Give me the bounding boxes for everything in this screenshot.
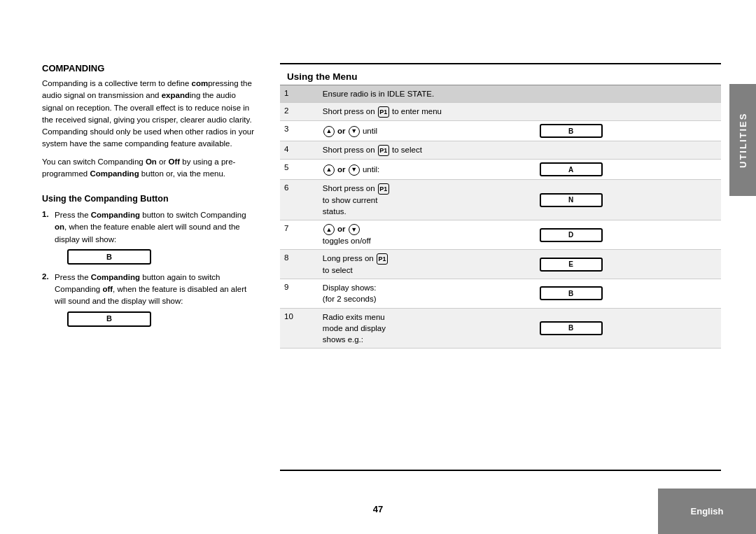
step-num-7: 7 bbox=[280, 220, 318, 250]
menu-row-10: 10 Radio exits menumode and displayshows… bbox=[280, 308, 721, 348]
display-rect-7: D bbox=[540, 228, 603, 242]
page-container: UTILITIES COMPANDING Companding is a col… bbox=[0, 0, 756, 534]
english-tab: English bbox=[658, 489, 756, 534]
display-box-2: B bbox=[67, 311, 151, 327]
companding-title: COMPANDING bbox=[42, 63, 259, 73]
step-2: 2. Press the Companding button again to … bbox=[42, 272, 259, 327]
menu-row-6: 6 Short press on P1 to show currentstatu… bbox=[280, 180, 721, 220]
menu-row-8: 8 Long press on P1 to select E bbox=[280, 250, 721, 279]
page-number: 47 bbox=[373, 504, 383, 514]
language-label: English bbox=[691, 506, 724, 517]
companding-section: COMPANDING Companding is a collective te… bbox=[42, 63, 259, 180]
step-desc-9: Display shows:(for 2 seconds) bbox=[318, 279, 536, 308]
step-desc-1: Ensure radio is in IDLE STATE. bbox=[318, 85, 721, 103]
step-desc-8: Long press on P1 to select bbox=[318, 250, 536, 279]
arrow-down-icon-5: ▼ bbox=[349, 164, 360, 176]
step-desc-6: Short press on P1 to show currentstatus. bbox=[318, 180, 536, 220]
companding-paragraph-1: Companding is a collective term to defin… bbox=[42, 78, 259, 150]
step-display-8: E bbox=[536, 250, 721, 279]
step-desc-4: Short press on P1 to select bbox=[318, 141, 721, 160]
step-num-10: 10 bbox=[280, 308, 318, 348]
step-num-8: 8 bbox=[280, 250, 318, 279]
menu-row-4: 4 Short press on P1 to select bbox=[280, 141, 721, 160]
step-desc-3: ▲ or ▼ until bbox=[318, 121, 536, 141]
p1-icon-8: P1 bbox=[377, 253, 388, 265]
menu-section: Using the Menu 1 Ensure radio is in IDLE… bbox=[280, 64, 721, 349]
step-display-5: A bbox=[536, 160, 721, 180]
display-rect-9: B bbox=[540, 286, 603, 300]
step-desc-7: ▲ or ▼ toggles on/off bbox=[318, 220, 536, 250]
display-rect-6: N bbox=[540, 193, 603, 207]
utilities-label: UTILITIES bbox=[738, 112, 748, 167]
step-2-num: 2. bbox=[42, 272, 55, 281]
step-desc-2: Short press on P1 to enter menu bbox=[318, 103, 721, 121]
left-column: COMPANDING Companding is a collective te… bbox=[42, 63, 259, 471]
step-2-text: Press the Companding button again to swi… bbox=[55, 272, 259, 327]
menu-row-9: 9 Display shows:(for 2 seconds) B bbox=[280, 279, 721, 308]
p1-icon-6: P1 bbox=[378, 183, 389, 195]
step-display-3: B bbox=[536, 121, 721, 141]
step-num-9: 9 bbox=[280, 279, 318, 308]
menu-row-1: 1 Ensure radio is in IDLE STATE. bbox=[280, 85, 721, 103]
menu-table: 1 Ensure radio is in IDLE STATE. 2 Short… bbox=[280, 85, 721, 349]
arrow-up-icon-3: ▲ bbox=[323, 126, 335, 137]
step-display-6: N bbox=[536, 180, 721, 220]
display-box-1: B bbox=[67, 249, 151, 265]
display-rect-5: A bbox=[540, 162, 603, 176]
step-desc-10: Radio exits menumode and displayshows e.… bbox=[318, 308, 536, 348]
arrow-up-icon-7: ▲ bbox=[323, 224, 335, 235]
display-rect-8: E bbox=[540, 258, 603, 272]
arrow-down-icon-7: ▼ bbox=[349, 224, 360, 235]
step-display-9: B bbox=[536, 279, 721, 308]
menu-row-3: 3 ▲ or ▼ until B bbox=[280, 121, 721, 141]
arrow-down-icon-3: ▼ bbox=[349, 126, 360, 137]
button-section-title: Using the Companding Button bbox=[42, 194, 259, 204]
companding-button-section: Using the Companding Button 1. Press the… bbox=[42, 194, 259, 327]
display-rect-3: B bbox=[540, 124, 603, 138]
step-num-5: 5 bbox=[280, 160, 318, 180]
step-1-text: Press the Companding button to switch Co… bbox=[55, 209, 259, 265]
utilities-tab: UTILITIES bbox=[729, 84, 756, 196]
menu-row-7: 7 ▲ or ▼ toggles on/off D bbox=[280, 220, 721, 250]
step-display-10: B bbox=[536, 308, 721, 348]
p1-icon-2: P1 bbox=[378, 106, 389, 118]
menu-row-5: 5 ▲ or ▼ until: A bbox=[280, 160, 721, 180]
step-num-2: 2 bbox=[280, 103, 318, 121]
bottom-bar: 47 English bbox=[0, 482, 756, 534]
arrow-up-icon-5: ▲ bbox=[323, 164, 335, 176]
step-num-6: 6 bbox=[280, 180, 318, 220]
step-desc-5: ▲ or ▼ until: bbox=[318, 160, 536, 180]
display-rect-10: B bbox=[540, 321, 603, 335]
menu-title: Using the Menu bbox=[280, 67, 721, 85]
right-column: Using the Menu 1 Ensure radio is in IDLE… bbox=[280, 63, 721, 471]
step-num-1: 1 bbox=[280, 85, 318, 103]
menu-row-2: 2 Short press on P1 to enter menu bbox=[280, 103, 721, 121]
step-num-3: 3 bbox=[280, 121, 318, 141]
step-display-7: D bbox=[536, 220, 721, 250]
step-1-num: 1. bbox=[42, 210, 55, 218]
step-1: 1. Press the Companding button to switch… bbox=[42, 209, 259, 265]
main-content: COMPANDING Companding is a collective te… bbox=[42, 63, 721, 471]
step-num-4: 4 bbox=[280, 141, 318, 160]
p1-icon-4: P1 bbox=[378, 145, 389, 156]
companding-paragraph-2: You can switch Companding On or Off by u… bbox=[42, 156, 259, 181]
